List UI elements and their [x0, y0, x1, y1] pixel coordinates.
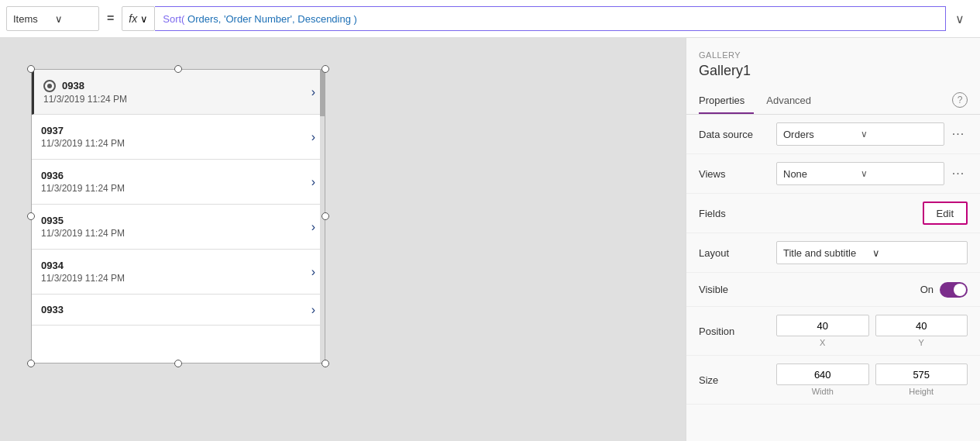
data-source-more[interactable]: ···: [949, 125, 968, 143]
gallery-item[interactable]: 0938 11/3/2019 11:24 PM ›: [32, 70, 325, 115]
size-height-group: Height: [875, 363, 968, 396]
data-source-control: Orders ∨ ···: [776, 122, 968, 146]
gallery-item-content: 0936 11/3/2019 11:24 PM: [41, 170, 305, 194]
size-inputs: Width Height: [776, 363, 968, 396]
gallery-item-title: 0936: [41, 170, 305, 181]
position-y-group: Y: [875, 315, 968, 347]
handle-mid-left[interactable]: [27, 212, 35, 220]
gallery-item-subtitle: 11/3/2019 11:24 PM: [41, 228, 305, 239]
fields-row: Fields Edit: [686, 194, 980, 233]
formula-text: Sort( Orders, 'Order Number', Descending…: [163, 13, 357, 25]
gallery-item-chevron: ›: [311, 303, 315, 317]
gallery-item-title: 0933: [41, 304, 305, 315]
selected-indicator: [43, 80, 56, 92]
panel-section-label: GALLERY: [699, 50, 968, 60]
handle-top-left[interactable]: [27, 65, 35, 73]
panel-header: GALLERY Gallery1: [686, 38, 980, 88]
position-label: Position: [699, 326, 776, 337]
size-height-label: Height: [909, 387, 934, 396]
gallery-item-subtitle: 11/3/2019 11:24 PM: [41, 273, 305, 284]
items-dropdown-label: Items: [13, 13, 50, 25]
gallery-item-subtitle: 11/3/2019 11:24 PM: [43, 94, 305, 105]
equals-symbol: =: [99, 12, 122, 26]
size-width-input[interactable]: [776, 363, 869, 385]
handle-top-right[interactable]: [322, 65, 329, 73]
gallery-item[interactable]: 0937 11/3/2019 11:24 PM ›: [32, 115, 325, 160]
gallery-item[interactable]: 0936 11/3/2019 11:24 PM ›: [32, 160, 325, 205]
formula-source: Orders: [187, 13, 218, 25]
fx-chevron: ∨: [140, 13, 148, 25]
formula-close: ): [351, 13, 357, 25]
layout-chevron: ∨: [872, 247, 961, 259]
gallery-item[interactable]: 0934 11/3/2019 11:24 PM ›: [32, 250, 325, 295]
visible-on-label: On: [920, 284, 934, 295]
size-height-input[interactable]: [875, 363, 968, 385]
views-value: None: [783, 168, 861, 180]
formula-sort-keyword: Sort(: [163, 13, 184, 25]
item-id: 0938: [62, 80, 84, 91]
panel-body: Data source Orders ∨ ··· Views None ∨: [686, 115, 980, 441]
tab-advanced[interactable]: Advanced: [766, 88, 820, 114]
gallery-item-content: 0934 11/3/2019 11:24 PM: [41, 260, 305, 284]
position-inputs: X Y: [776, 315, 968, 347]
position-control: X Y: [776, 315, 968, 347]
position-row: Position X Y: [686, 307, 980, 356]
expand-button[interactable]: ∨: [946, 12, 974, 26]
gallery-item[interactable]: 0935 11/3/2019 11:24 PM ›: [32, 205, 325, 250]
items-dropdown[interactable]: Items ∨: [6, 6, 99, 31]
handle-top-mid[interactable]: [174, 65, 182, 73]
visible-label: Visible: [699, 284, 776, 295]
gallery-item-chevron: ›: [311, 265, 315, 279]
data-source-row: Data source Orders ∨ ···: [686, 115, 980, 154]
formula-field: 'Order Number': [224, 13, 292, 25]
fx-button[interactable]: fx ∨: [122, 6, 155, 31]
gallery-item-subtitle: 11/3/2019 11:24 PM: [41, 183, 305, 194]
position-x-group: X: [776, 315, 869, 347]
panel-tabs: Properties Advanced: [686, 88, 980, 115]
layout-label: Layout: [699, 247, 776, 259]
panel-title: Gallery1: [699, 63, 968, 79]
gallery-item-title: 0934: [41, 260, 305, 271]
views-dropdown[interactable]: None ∨: [776, 162, 944, 185]
gallery-inner: 0938 11/3/2019 11:24 PM › 0937 11/3/2019…: [31, 69, 325, 363]
canvas-area[interactable]: 0938 11/3/2019 11:24 PM › 0937 11/3/2019…: [0, 38, 686, 441]
visible-control: On: [776, 282, 968, 298]
layout-dropdown[interactable]: Title and subtitle ∨: [776, 241, 968, 264]
visible-toggle[interactable]: [940, 282, 968, 298]
position-y-input[interactable]: [875, 315, 968, 336]
data-source-dropdown[interactable]: Orders ∨: [776, 122, 944, 146]
views-control: None ∨ ···: [776, 162, 968, 185]
views-label: Views: [699, 168, 776, 180]
gallery-item-chevron: ›: [311, 175, 315, 189]
gallery-item-content: 0935 11/3/2019 11:24 PM: [41, 215, 305, 239]
layout-row: Layout Title and subtitle ∨: [686, 233, 980, 273]
visible-row: Visible On: [686, 273, 980, 307]
views-more[interactable]: ···: [949, 164, 968, 183]
handle-mid-right[interactable]: [322, 212, 329, 220]
help-button[interactable]: ?: [952, 92, 968, 108]
position-x-input[interactable]: [776, 315, 869, 336]
formula-bar[interactable]: Sort( Orders, 'Order Number', Descending…: [155, 6, 946, 31]
fields-edit-button[interactable]: Edit: [923, 202, 968, 225]
data-source-chevron: ∨: [861, 129, 938, 140]
gallery-item-title: 0938: [43, 80, 305, 92]
size-width-group: Width: [776, 363, 869, 396]
size-row: Size Width Height: [686, 356, 980, 405]
gallery-item-content: 0937 11/3/2019 11:24 PM: [41, 125, 305, 149]
main-content: 0938 11/3/2019 11:24 PM › 0937 11/3/2019…: [0, 38, 980, 441]
selected-circle-inner: [47, 84, 52, 88]
gallery-item-content: 0933: [41, 304, 305, 315]
handle-bot-mid[interactable]: [174, 360, 182, 367]
right-panel: GALLERY Gallery1 ? Properties Advanced D…: [686, 38, 980, 441]
toolbar: Items ∨ = fx ∨ Sort( Orders, 'Order Numb…: [0, 0, 980, 38]
gallery-item[interactable]: 0933 ›: [32, 295, 325, 326]
formula-comma1: ,: [218, 13, 224, 25]
gallery-item-subtitle: 11/3/2019 11:24 PM: [41, 138, 305, 149]
handle-bot-right[interactable]: [322, 360, 329, 367]
scrollbar-thumb[interactable]: [320, 70, 325, 116]
gallery-item-content: 0938 11/3/2019 11:24 PM: [43, 80, 305, 105]
handle-bot-left[interactable]: [27, 360, 35, 367]
gallery-item-chevron: ›: [311, 130, 315, 144]
gallery-widget[interactable]: 0938 11/3/2019 11:24 PM › 0937 11/3/2019…: [31, 69, 325, 363]
tab-properties[interactable]: Properties: [699, 88, 754, 114]
